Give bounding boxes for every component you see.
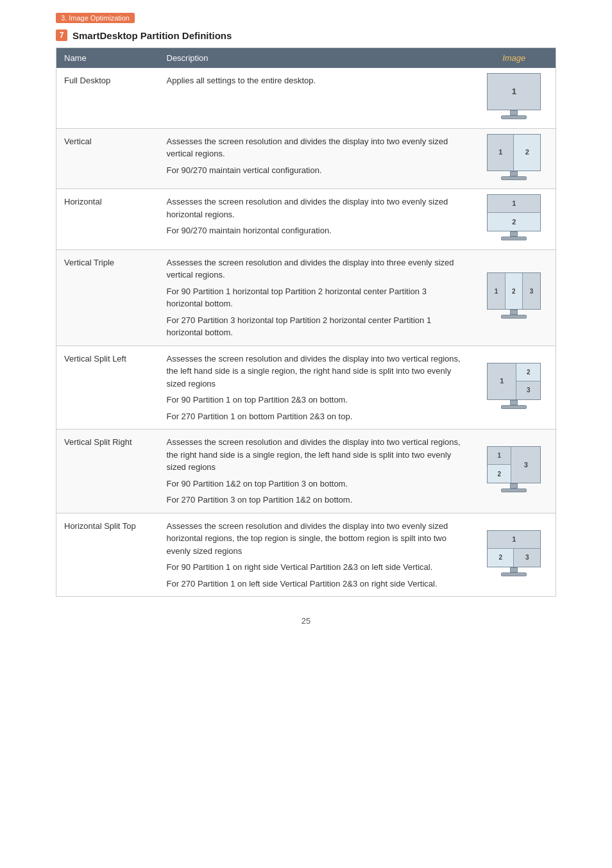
row-name-3: Vertical Triple: [56, 249, 159, 346]
row-image-0: 1: [473, 68, 556, 128]
row-description-1: Assesses the screen resolution and divid…: [159, 128, 473, 189]
row-description-6: Assesses the screen resolution and divid…: [159, 513, 473, 597]
table-row: Vertical Split LeftAssesses the screen r…: [56, 346, 556, 430]
row-description-3: Assesses the screen resolution and divid…: [159, 249, 473, 346]
row-description-0: Applies all settings to the entire deskt…: [159, 68, 473, 128]
col-header-image: Image: [473, 48, 556, 69]
row-description-2: Assesses the screen resolution and divid…: [159, 189, 473, 250]
row-image-3: 123: [473, 249, 556, 346]
col-header-description: Description: [159, 48, 473, 69]
row-name-5: Vertical Split Right: [56, 430, 159, 513]
table-row: HorizontalAssesses the screen resolution…: [56, 189, 556, 250]
row-description-4: Assesses the screen resolution and divid…: [159, 346, 473, 430]
col-header-name: Name: [56, 48, 159, 69]
row-image-2: 12: [473, 189, 556, 250]
row-name-0: Full Desktop: [56, 68, 159, 128]
row-name-1: Vertical: [56, 128, 159, 189]
row-image-5: 123: [473, 430, 556, 513]
table-row: Vertical TripleAssesses the screen resol…: [56, 249, 556, 346]
row-description-5: Assesses the screen resolution and divid…: [159, 430, 473, 513]
page-number: 25: [56, 616, 556, 626]
row-name-4: Vertical Split Left: [56, 346, 159, 430]
table-row: VerticalAssesses the screen resolution a…: [56, 128, 556, 189]
partition-definitions-table: Name Description Image Full DesktopAppli…: [56, 47, 556, 597]
table-row: Vertical Split RightAssesses the screen …: [56, 430, 556, 513]
table-row: Full DesktopApplies all settings to the …: [56, 68, 556, 128]
row-name-6: Horizontal Split Top: [56, 513, 159, 597]
row-image-6: 123: [473, 513, 556, 597]
table-row: Horizontal Split TopAssesses the screen …: [56, 513, 556, 597]
section-title: SmartDesktop Partition Definitions: [72, 30, 232, 41]
section-number: 7: [56, 29, 67, 41]
breadcrumb: 3. Image Optimization: [56, 13, 135, 23]
row-image-1: 12: [473, 128, 556, 189]
row-image-4: 123: [473, 346, 556, 430]
row-name-2: Horizontal: [56, 189, 159, 250]
